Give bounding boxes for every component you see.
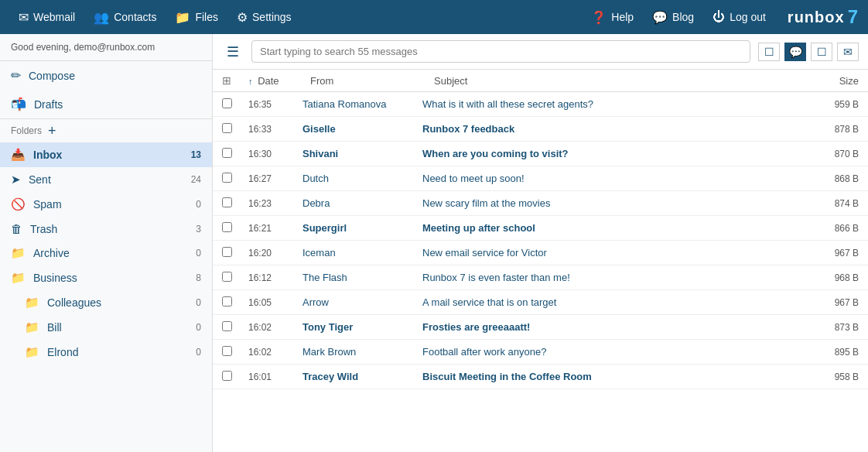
nav-files[interactable]: 📁 Files [166, 10, 227, 25]
row-checkbox[interactable] [222, 123, 232, 133]
email-checkbox-7[interactable] [222, 272, 245, 284]
colleagues-icon: 📁 [25, 296, 39, 310]
email-row[interactable]: 16:02 Tony Tiger Frosties are greeaaatt!… [213, 315, 868, 340]
spam-label: Spam [33, 198, 196, 211]
compose-toolbar-button[interactable]: ✉ [837, 43, 859, 61]
nav-contacts[interactable]: 👥 Contacts [84, 10, 166, 25]
view-grid-button[interactable]: ☐ [811, 43, 832, 61]
compose-button[interactable]: ✏ Compose [0, 61, 212, 90]
email-checkbox-8[interactable] [222, 296, 245, 309]
nav-webmail[interactable]: ✉ Webmail [9, 10, 84, 25]
elrond-label: Elrond [47, 346, 196, 358]
email-time: 16:02 [248, 322, 287, 333]
nav-blog[interactable]: 💬 Blog [643, 10, 703, 25]
th-from[interactable]: From [310, 75, 434, 87]
sidebar-item-inbox[interactable]: 📥 Inbox 13 [0, 142, 212, 167]
row-checkbox[interactable] [222, 346, 232, 356]
email-subject: Biscuit Meeting in the Coffee Room [422, 371, 797, 382]
email-row[interactable]: 16:33 Giselle Runbox 7 feedback 878 B [213, 117, 868, 142]
blog-icon: 💬 [652, 10, 668, 25]
add-folder-button[interactable]: + [48, 124, 56, 138]
email-size: 870 B [797, 149, 859, 159]
nav-settings[interactable]: ⚙ Settings [227, 10, 301, 25]
email-checkbox-0[interactable] [222, 98, 245, 111]
compose-icon: ✏ [11, 68, 21, 83]
row-checkbox[interactable] [222, 247, 232, 257]
email-subject: Meeting up after school [422, 222, 797, 234]
email-row[interactable]: 16:35 Tatiana Romanova What is it with a… [213, 92, 868, 117]
email-checkbox-5[interactable] [222, 222, 245, 235]
email-row[interactable]: 16:23 Debra New scary film at the movies… [213, 191, 868, 216]
email-size: 959 B [797, 99, 859, 110]
row-checkbox[interactable] [222, 222, 232, 232]
row-checkbox[interactable] [222, 296, 232, 306]
view-panel-button[interactable]: 💬 [784, 43, 806, 61]
th-date[interactable]: ↑ Date [248, 75, 295, 87]
email-checkbox-10[interactable] [222, 346, 245, 358]
row-checkbox[interactable] [222, 173, 232, 183]
compose-label: Compose [29, 70, 75, 82]
email-from: Mark Brown [302, 346, 422, 358]
email-checkbox-11[interactable] [222, 371, 245, 383]
email-subject: Runbox 7 is even faster than me! [422, 272, 797, 283]
folders-label: Folders [11, 125, 42, 136]
bill-count: 0 [196, 322, 201, 333]
email-row[interactable]: 16:02 Mark Brown Football after work any… [213, 340, 868, 365]
email-row[interactable]: 16:30 Shivani When are you coming to vis… [213, 142, 868, 166]
email-row[interactable]: 16:05 Arrow A mail service that is on ta… [213, 290, 868, 315]
row-checkbox[interactable] [222, 272, 232, 282]
view-list-button[interactable]: ☐ [758, 43, 780, 61]
search-input[interactable] [251, 40, 750, 63]
email-checkbox-3[interactable] [222, 173, 245, 185]
email-row[interactable]: 16:20 Iceman New email service for Victo… [213, 241, 868, 265]
hamburger-button[interactable]: ☰ [222, 42, 244, 62]
email-time: 16:35 [248, 99, 287, 110]
row-checkbox[interactable] [222, 98, 232, 108]
email-size: 968 B [797, 272, 859, 283]
email-from: Tatiana Romanova [302, 98, 422, 110]
email-subject: Runbox 7 feedback [422, 123, 797, 135]
colleagues-label: Colleagues [47, 296, 196, 309]
th-size[interactable]: Size [797, 75, 859, 87]
business-label: Business [33, 272, 196, 284]
nav-blog-label: Blog [672, 11, 694, 23]
email-row[interactable]: 16:01 Tracey Wild Biscuit Meeting in the… [213, 365, 868, 389]
email-size: 866 B [797, 223, 859, 234]
th-subject[interactable]: Subject [434, 75, 797, 87]
nav-help-label: Help [611, 11, 634, 23]
row-checkbox[interactable] [222, 197, 232, 207]
sidebar-item-business[interactable]: 📁 Business 8 [0, 265, 212, 290]
sidebar-item-colleagues[interactable]: 📁 Colleagues 0 [0, 290, 212, 315]
sidebar-item-spam[interactable]: 🚫 Spam 0 [0, 192, 212, 217]
drafts-button[interactable]: 📬 Drafts [0, 90, 212, 118]
elrond-icon: 📁 [25, 345, 39, 359]
sidebar-item-archive[interactable]: 📁 Archive 0 [0, 241, 212, 265]
sidebar-item-elrond[interactable]: 📁 Elrond 0 [0, 340, 212, 365]
nav-help[interactable]: ❓ Help [582, 10, 643, 25]
email-checkbox-2[interactable] [222, 148, 245, 160]
email-checkbox-9[interactable] [222, 321, 245, 334]
email-row[interactable]: 16:21 Supergirl Meeting up after school … [213, 216, 868, 241]
top-navigation: ✉ Webmail 👥 Contacts 📁 Files ⚙ Settings … [0, 0, 868, 34]
business-icon: 📁 [11, 271, 26, 285]
email-checkbox-6[interactable] [222, 247, 245, 259]
webmail-icon: ✉ [19, 10, 29, 25]
email-checkbox-1[interactable] [222, 123, 245, 135]
row-checkbox[interactable] [222, 321, 232, 331]
email-row[interactable]: 16:27 Dutch Need to meet up soon! 868 B [213, 166, 868, 191]
nav-logout[interactable]: ⏻ Log out [703, 10, 775, 24]
sidebar-item-sent[interactable]: ➤ Sent 24 [0, 167, 212, 192]
sidebar-item-trash[interactable]: 🗑 Trash 3 [0, 217, 212, 241]
sidebar-item-bill[interactable]: 📁 Bill 0 [0, 315, 212, 340]
drafts-label: Drafts [34, 98, 63, 111]
select-all-icon[interactable]: ⊞ [222, 74, 231, 87]
email-checkbox-4[interactable] [222, 197, 245, 210]
email-size: 895 B [797, 347, 859, 358]
trash-icon: 🗑 [11, 222, 22, 235]
email-time: 16:30 [248, 149, 287, 159]
email-row[interactable]: 16:12 The Flash Runbox 7 is even faster … [213, 265, 868, 290]
row-checkbox[interactable] [222, 148, 232, 158]
sent-label: Sent [29, 173, 191, 186]
email-time: 16:12 [248, 272, 287, 283]
row-checkbox[interactable] [222, 371, 232, 381]
